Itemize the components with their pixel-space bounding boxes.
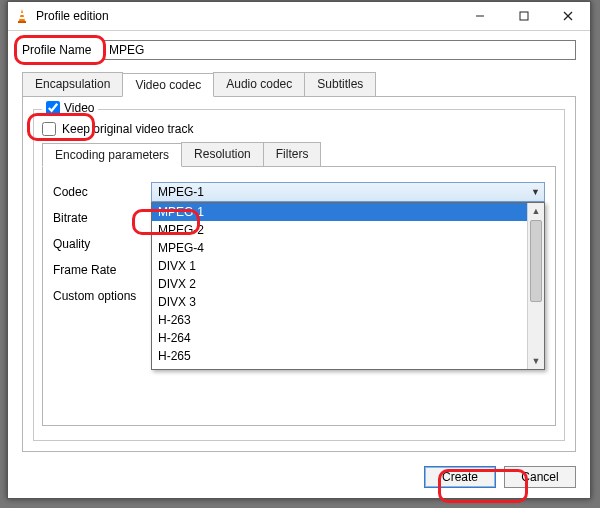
keep-original-label: Keep original video track (62, 122, 193, 136)
cancel-button[interactable]: Cancel (504, 466, 576, 488)
tab-subtitles[interactable]: Subtitles (304, 72, 376, 96)
codec-select[interactable]: MPEG-1 ▼ (151, 182, 545, 202)
codec-option[interactable]: MPEG-2 (152, 221, 544, 239)
scroll-down-icon[interactable]: ▼ (528, 353, 544, 369)
outer-tabstrip: Encapsulation Video codec Audio codec Su… (22, 72, 576, 96)
outer-tab-panel: Video Keep original video track Encoding… (22, 96, 576, 452)
tab-filters[interactable]: Filters (263, 142, 322, 166)
window-title: Profile edition (36, 9, 458, 23)
vlc-cone-icon (14, 8, 30, 24)
close-button[interactable] (546, 2, 590, 30)
codec-row: Codec MPEG-1 ▼ MPEG-1MPEG-2MP (53, 179, 545, 205)
video-groupbox: Video Keep original video track Encoding… (33, 109, 565, 441)
codec-option[interactable]: DIVX 3 (152, 293, 544, 311)
inner-tabstrip: Encoding parameters Resolution Filters (42, 142, 556, 166)
minimize-button[interactable] (458, 2, 502, 30)
encoding-params-panel: Codec MPEG-1 ▼ MPEG-1MPEG-2MP (42, 166, 556, 426)
maximize-button[interactable] (502, 2, 546, 30)
framerate-label: Frame Rate (53, 263, 143, 277)
codec-option[interactable]: MPEG-4 (152, 239, 544, 257)
codec-option[interactable]: H-265 (152, 347, 544, 365)
tab-encoding-parameters[interactable]: Encoding parameters (42, 143, 182, 167)
dropdown-scrollbar[interactable]: ▲ ▼ (527, 203, 544, 369)
codec-option[interactable]: VP8 (152, 365, 544, 370)
codec-option[interactable]: DIVX 2 (152, 275, 544, 293)
codec-option[interactable]: H-263 (152, 311, 544, 329)
video-enable-checkbox[interactable] (46, 101, 60, 115)
codec-option[interactable]: DIVX 1 (152, 257, 544, 275)
codec-selected-value: MPEG-1 (158, 185, 204, 199)
outer-tabcontrol: Encapsulation Video codec Audio codec Su… (22, 72, 576, 452)
svg-rect-3 (20, 17, 25, 19)
profile-name-label: Profile Name (22, 43, 104, 57)
tab-video-codec[interactable]: Video codec (122, 73, 214, 97)
tab-encapsulation[interactable]: Encapsulation (22, 72, 123, 96)
tab-audio-codec[interactable]: Audio codec (213, 72, 305, 96)
custom-options-label: Custom options (53, 289, 143, 303)
create-button[interactable]: Create (424, 466, 496, 488)
codec-option[interactable]: MPEG-1 (152, 203, 544, 221)
profile-name-input[interactable] (104, 40, 576, 60)
profile-name-row: Profile Name (22, 40, 576, 60)
svg-rect-1 (18, 21, 26, 23)
quality-label: Quality (53, 237, 143, 251)
tab-resolution[interactable]: Resolution (181, 142, 264, 166)
inner-tabcontrol: Encoding parameters Resolution Filters C… (42, 142, 556, 426)
dialog-footer: Create Cancel (424, 466, 576, 488)
video-group-legend: Video (42, 101, 98, 115)
codec-dropdown-list: MPEG-1MPEG-2MPEG-4DIVX 1DIVX 2DIVX 3H-26… (151, 202, 545, 370)
codec-dropdown: MPEG-1 ▼ MPEG-1MPEG-2MPEG-4DIVX 1DIVX 2D… (151, 182, 545, 202)
svg-rect-2 (20, 13, 24, 15)
chevron-down-icon: ▼ (531, 187, 540, 197)
profile-edition-dialog: Profile edition Profile Name Encapsulati… (7, 1, 591, 499)
scroll-up-icon[interactable]: ▲ (528, 203, 544, 219)
video-enable-label: Video (64, 101, 94, 115)
titlebar: Profile edition (8, 2, 590, 31)
bitrate-label: Bitrate (53, 211, 143, 225)
codec-option[interactable]: H-264 (152, 329, 544, 347)
scroll-thumb[interactable] (530, 220, 542, 302)
codec-label: Codec (53, 185, 143, 199)
svg-rect-5 (520, 12, 528, 20)
keep-original-row: Keep original video track (42, 122, 556, 136)
keep-original-checkbox[interactable] (42, 122, 56, 136)
dialog-client-area: Profile Name Encapsulation Video codec A… (8, 30, 590, 498)
